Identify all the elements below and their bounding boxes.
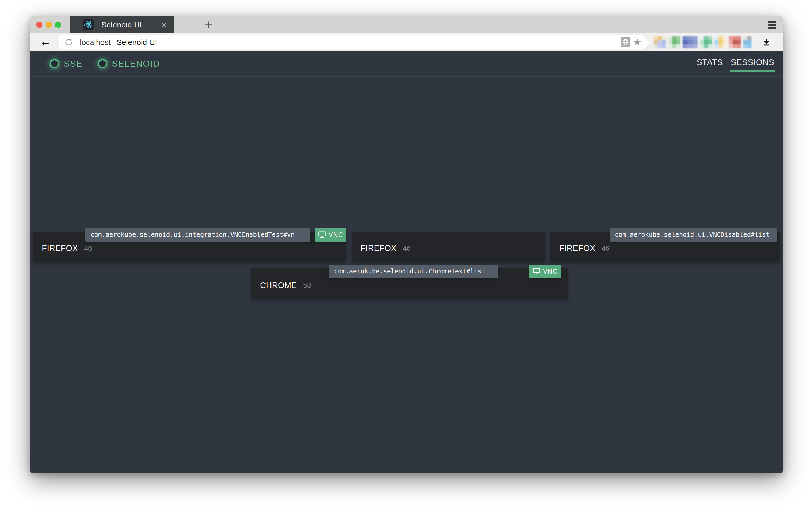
favicon-tile[interactable] bbox=[715, 36, 726, 48]
browser-tab[interactable]: Selenoid UI × bbox=[69, 16, 174, 33]
screenshot-stage: Selenoid UI × + ← localhost Selenoid UI bbox=[0, 0, 812, 515]
nav-divider bbox=[32, 76, 781, 77]
favicon-tile[interactable] bbox=[700, 36, 712, 48]
status-sse: SSE bbox=[50, 59, 83, 69]
browser-name: FIREFOX bbox=[360, 244, 397, 253]
favicon-tile[interactable] bbox=[743, 36, 755, 48]
browser-name: CHROME bbox=[260, 281, 297, 290]
session-card-chrome: CHROME 58 com.aerokube.selenoid.ui.Chrom… bbox=[251, 268, 568, 299]
tab-sessions[interactable]: SESSIONS bbox=[730, 56, 775, 72]
session-card-firefox-3: FIREFOX 46 com.aerokube.selenoid.ui.VNCD… bbox=[550, 232, 780, 262]
browser-version: 46 bbox=[84, 244, 92, 252]
vnc-button-label: VNC bbox=[543, 268, 558, 275]
vnc-button[interactable]: VNC bbox=[315, 228, 346, 242]
vnc-button[interactable]: VNC bbox=[529, 265, 561, 278]
sse-status-label: SSE bbox=[64, 59, 83, 69]
zoom-window-button[interactable] bbox=[55, 22, 61, 28]
session-test-label: com.aerokube.selenoid.ui.ChromeTest#list bbox=[329, 265, 498, 278]
favicon-tile[interactable] bbox=[683, 36, 698, 48]
browser-name: FIREFOX bbox=[559, 244, 596, 253]
session-test-label: com.aerokube.selenoid.ui.integration.VNC… bbox=[85, 228, 310, 242]
browser-toolbar: ← localhost Selenoid UI bbox=[30, 33, 783, 51]
favicon-tile[interactable] bbox=[654, 36, 666, 48]
reload-icon[interactable] bbox=[65, 38, 73, 47]
app-nav-tabs: STATS SESSIONS bbox=[696, 56, 775, 72]
favicon-tile[interactable] bbox=[668, 36, 680, 48]
macos-traffic-lights bbox=[36, 22, 61, 28]
address-bar[interactable]: localhost Selenoid UI ★ bbox=[59, 35, 643, 50]
app-nav: SSE SELENOID STATS SESSIONS bbox=[30, 51, 783, 76]
tab-title: Selenoid UI bbox=[101, 21, 142, 29]
browser-version: 46 bbox=[403, 244, 411, 252]
tab-close-icon[interactable]: × bbox=[159, 20, 169, 30]
close-window-button[interactable] bbox=[36, 22, 42, 28]
sse-status-ring-icon bbox=[50, 59, 59, 68]
favicon-tile[interactable] bbox=[729, 36, 741, 48]
browser-version: 58 bbox=[303, 281, 311, 290]
vnc-button-label: VNC bbox=[328, 231, 343, 239]
back-button[interactable]: ← bbox=[40, 35, 51, 48]
browser-tab-bar: Selenoid UI × + bbox=[30, 16, 783, 33]
bookmark-star-icon[interactable]: ★ bbox=[633, 37, 641, 47]
browser-name: FIREFOX bbox=[42, 244, 78, 253]
menu-hamburger-icon[interactable] bbox=[768, 21, 776, 29]
react-favicon-icon bbox=[83, 19, 94, 30]
selenoid-status-ring-icon bbox=[98, 59, 107, 68]
url-query-text: Selenoid UI bbox=[116, 38, 157, 47]
site-globe-icon[interactable] bbox=[620, 37, 631, 47]
status-selenoid: SELENOID bbox=[98, 59, 160, 69]
bookmark-favicons bbox=[654, 36, 755, 48]
session-test-label: com.aerokube.selenoid.ui.VNCDisabled#lis… bbox=[610, 228, 777, 242]
download-icon[interactable] bbox=[762, 38, 771, 47]
tab-stats[interactable]: STATS bbox=[696, 56, 723, 70]
new-tab-button[interactable]: + bbox=[205, 18, 212, 32]
selenoid-ui-page: SSE SELENOID STATS SESSIONS FIREFOX 46 c… bbox=[30, 51, 783, 473]
minimize-window-button[interactable] bbox=[46, 22, 52, 28]
selenoid-status-label: SELENOID bbox=[112, 59, 160, 69]
browser-window: Selenoid UI × + ← localhost Selenoid UI bbox=[30, 16, 783, 473]
session-card-firefox-1: FIREFOX 46 com.aerokube.selenoid.ui.inte… bbox=[33, 232, 346, 262]
session-card-firefox-2: FIREFOX 46 bbox=[352, 232, 545, 262]
url-host-text: localhost bbox=[80, 38, 111, 47]
browser-version: 46 bbox=[602, 244, 610, 252]
